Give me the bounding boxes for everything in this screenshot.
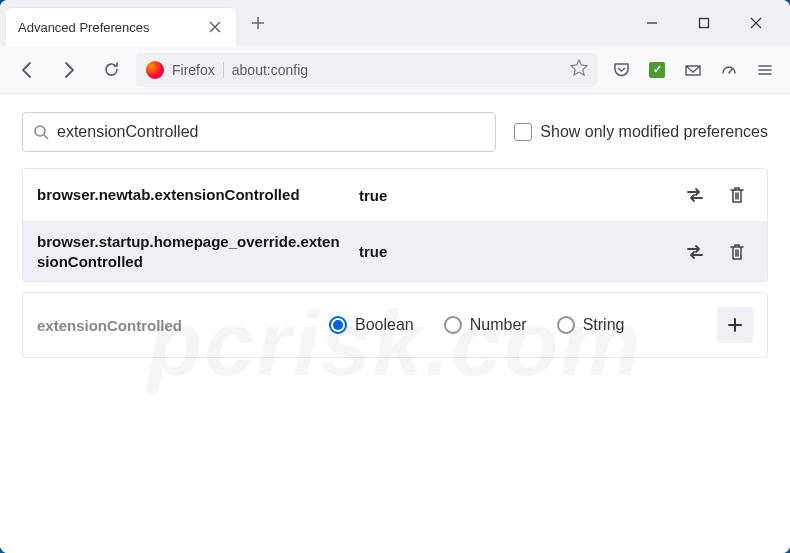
search-icon xyxy=(33,124,49,140)
nav-toolbar: Firefox ✓ xyxy=(0,46,790,94)
checkbox-icon xyxy=(514,123,532,141)
identity-label: Firefox xyxy=(172,62,224,78)
add-button[interactable] xyxy=(717,307,753,343)
pref-search-box[interactable] xyxy=(22,112,496,152)
pocket-icon[interactable] xyxy=(606,55,636,85)
minimize-button[interactable] xyxy=(630,7,674,39)
radio-icon xyxy=(444,316,462,334)
window-controls xyxy=(630,7,790,39)
extension-icon[interactable]: ✓ xyxy=(642,55,672,85)
radio-label: Number xyxy=(470,316,527,334)
radio-icon xyxy=(557,316,575,334)
radio-label: Boolean xyxy=(355,316,414,334)
inbox-icon[interactable] xyxy=(678,55,708,85)
svg-point-1 xyxy=(35,126,45,136)
url-bar[interactable]: Firefox xyxy=(136,53,598,87)
close-tab-icon[interactable] xyxy=(206,18,224,36)
type-radio-group: Boolean Number String xyxy=(329,316,705,334)
maximize-button[interactable] xyxy=(682,7,726,39)
toggle-button[interactable] xyxy=(679,179,711,211)
app-menu-icon[interactable] xyxy=(750,55,780,85)
preference-row: browser.startup.homepage_override.extens… xyxy=(23,222,767,281)
delete-button[interactable] xyxy=(721,236,753,268)
radio-icon xyxy=(329,316,347,334)
dashboard-icon[interactable] xyxy=(714,55,744,85)
browser-tab[interactable]: Advanced Preferences xyxy=(6,8,236,46)
url-input[interactable] xyxy=(232,62,562,78)
firefox-logo-icon xyxy=(146,61,164,79)
toggle-button[interactable] xyxy=(679,236,711,268)
page-content: pcrisk.com Show only modified preference… xyxy=(0,94,790,553)
radio-boolean[interactable]: Boolean xyxy=(329,316,414,334)
preference-row: browser.newtab.extensionControlled true xyxy=(23,169,767,222)
tab-bar: Advanced Preferences xyxy=(0,0,790,46)
reload-button[interactable] xyxy=(94,53,128,87)
pref-search-input[interactable] xyxy=(57,123,485,141)
radio-label: String xyxy=(583,316,625,334)
forward-button[interactable] xyxy=(52,53,86,87)
add-pref-name: extensionControlled xyxy=(37,317,317,334)
pref-value: true xyxy=(359,187,667,204)
tab-title: Advanced Preferences xyxy=(18,20,206,35)
pref-name: browser.startup.homepage_override.extens… xyxy=(37,232,347,271)
radio-number[interactable]: Number xyxy=(444,316,527,334)
delete-button[interactable] xyxy=(721,179,753,211)
add-preference-row: extensionControlled Boolean Number Strin… xyxy=(22,292,768,358)
show-modified-checkbox[interactable]: Show only modified preferences xyxy=(514,123,768,141)
close-window-button[interactable] xyxy=(734,7,778,39)
preference-list: browser.newtab.extensionControlled true … xyxy=(22,168,768,282)
back-button[interactable] xyxy=(10,53,44,87)
pref-value: true xyxy=(359,243,667,260)
browser-window: Advanced Preferences xyxy=(0,0,790,553)
radio-string[interactable]: String xyxy=(557,316,625,334)
svg-rect-0 xyxy=(700,19,709,28)
bookmark-star-icon[interactable] xyxy=(570,59,588,81)
pref-name: browser.newtab.extensionControlled xyxy=(37,185,347,205)
new-tab-button[interactable] xyxy=(242,7,274,39)
show-modified-label: Show only modified preferences xyxy=(540,123,768,141)
